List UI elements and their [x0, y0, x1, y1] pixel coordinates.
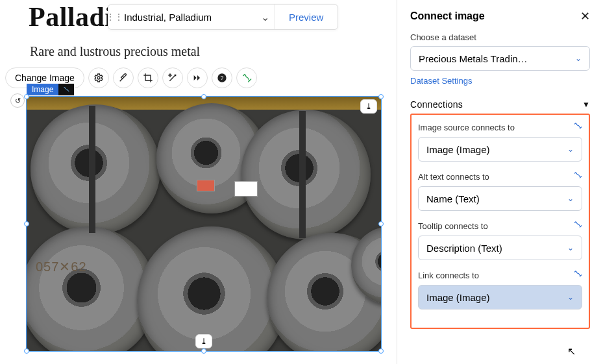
drag-handle-icon[interactable]: ⋮⋮: [108, 12, 120, 22]
settings-icon[interactable]: [88, 67, 109, 88]
cursor-icon: ↖: [567, 345, 576, 358]
chevron-down-icon: ⌄: [567, 145, 574, 154]
collapse-icon[interactable]: ▼: [582, 100, 590, 109]
panel-title: Connect image: [410, 10, 485, 22]
download-top-icon[interactable]: ⤓: [360, 99, 377, 114]
choose-dataset-label: Choose a dataset: [410, 32, 590, 42]
connection-row: Alt text connects toName (Text)⌄: [418, 171, 582, 211]
chevron-down-icon: ⌄: [575, 54, 582, 63]
resize-handle[interactable]: [201, 348, 206, 354]
chevron-down-icon[interactable]: ⌄: [256, 5, 275, 29]
image-preview: 057✕62 ⤓ ⤓: [27, 97, 381, 351]
connections-label: Connections: [410, 99, 463, 110]
connection-select[interactable]: Description (Text)⌄: [418, 236, 582, 260]
svg-text:?: ?: [220, 75, 223, 81]
resize-handle[interactable]: [24, 94, 29, 99]
preview-button[interactable]: Preview: [275, 5, 338, 29]
connection-label: Tooltip connects to: [418, 221, 488, 231]
connection-row: Link connects toImage (Image)⌄: [418, 269, 582, 309]
resize-handle[interactable]: [378, 221, 384, 226]
resize-handle[interactable]: [378, 94, 384, 99]
connection-label: Alt text connects to: [418, 172, 489, 182]
tag-toolbar: ⋮⋮ ⌄ Preview: [108, 4, 338, 30]
connection-select[interactable]: Image (Image)⌄: [418, 285, 582, 309]
category-input[interactable]: [120, 12, 256, 23]
page-subtitle: Rare and lustrous precious metal: [5, 44, 397, 59]
swap-icon[interactable]: [573, 171, 582, 182]
dataset-link-icon[interactable]: [58, 84, 74, 95]
dataset-settings-link[interactable]: Dataset Settings: [410, 76, 472, 86]
connect-icon[interactable]: [236, 67, 257, 88]
editor-canvas: Palladium ⋮⋮ ⌄ Preview Rare and lustrous…: [0, 0, 397, 364]
crop-icon[interactable]: [138, 67, 158, 88]
chevron-down-icon: ⌄: [567, 293, 574, 302]
help-icon[interactable]: ?: [212, 67, 232, 88]
connection-select[interactable]: Image (Image)⌄: [418, 137, 582, 162]
connection-select[interactable]: Name (Text)⌄: [418, 186, 582, 211]
close-icon[interactable]: ✕: [580, 9, 590, 23]
resize-handle[interactable]: [378, 348, 384, 354]
connection-label: Link connects to: [418, 271, 479, 280]
chevron-down-icon: ⌄: [567, 243, 574, 252]
connection-label: Image source connects to: [418, 123, 515, 132]
chevron-down-icon: ⌄: [567, 194, 574, 203]
connection-row: Image source connects toImage (Image)⌄: [418, 121, 582, 162]
connect-image-panel: Connect image ✕ Choose a dataset Preciou…: [397, 0, 603, 364]
resize-handle[interactable]: [24, 348, 29, 354]
image-element[interactable]: Image 057✕62 ⤓ ⤓: [26, 96, 382, 352]
animation-icon[interactable]: [187, 67, 208, 88]
resize-handle[interactable]: [24, 221, 29, 226]
swap-icon[interactable]: [573, 269, 582, 281]
undo-icon[interactable]: ↺: [10, 93, 25, 108]
magic-icon[interactable]: [162, 67, 183, 88]
download-bottom-icon[interactable]: ⤓: [195, 334, 212, 348]
swap-icon[interactable]: [573, 220, 582, 232]
eyedropper-icon[interactable]: [113, 67, 134, 88]
dataset-select[interactable]: Precious Metals Tradin… ⌄: [410, 46, 590, 71]
swap-icon[interactable]: [573, 121, 582, 133]
connection-row: Tooltip connects toDescription (Text)⌄: [418, 220, 582, 260]
element-type-badge: Image: [27, 84, 58, 95]
resize-handle[interactable]: [201, 94, 206, 99]
svg-point-0: [97, 77, 100, 79]
connections-highlight: Image source connects toImage (Image)⌄Al…: [410, 114, 590, 329]
